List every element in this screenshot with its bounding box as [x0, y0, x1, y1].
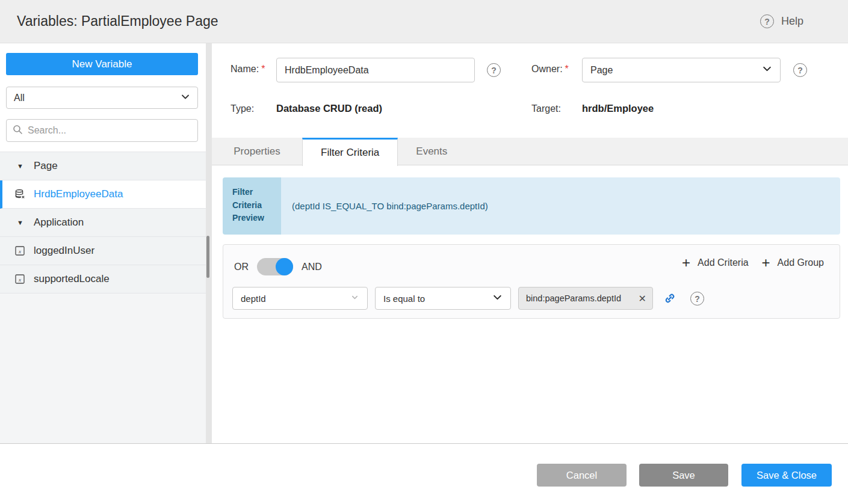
name-label: Name:* — [231, 64, 265, 75]
dialog-header: Variables: PartialEmployee Page ? Help — [0, 0, 848, 43]
variable-search — [6, 119, 198, 142]
required-asterisk: * — [565, 64, 569, 74]
cancel-button[interactable]: Cancel — [537, 464, 627, 487]
sidebar-item-loggedinuser[interactable]: x loggedInUser — [0, 237, 206, 265]
variable-icon: x — [14, 274, 25, 284]
criteria-builder: OR AND + Add Criteria + Add Group dept — [223, 244, 840, 319]
filter-selected-value: All — [14, 93, 181, 103]
collapse-triangle-icon[interactable]: ▼ — [17, 219, 25, 226]
criteria-field-select[interactable]: deptId — [232, 287, 368, 310]
field-selected-value: deptId — [241, 293, 350, 304]
scrollbar-thumb[interactable] — [206, 236, 209, 278]
variable-label: loggedInUser — [34, 245, 94, 257]
tab-filter-criteria[interactable]: Filter Criteria — [302, 138, 398, 166]
bind-link-icon[interactable] — [663, 291, 677, 306]
chevron-down-icon — [181, 92, 190, 104]
database-icon — [14, 189, 25, 200]
type-value: Database CRUD (read) — [276, 103, 382, 114]
save-button[interactable]: Save — [639, 464, 728, 487]
add-group-button[interactable]: + Add Group — [762, 256, 824, 270]
add-criteria-button[interactable]: + Add Criteria — [682, 256, 749, 270]
criteria-value-chip[interactable]: bind:pageParams.deptId ✕ — [518, 287, 653, 310]
or-label: OR — [234, 262, 249, 272]
tab-properties[interactable]: Properties — [212, 138, 302, 165]
svg-text:x: x — [18, 277, 21, 283]
plus-icon: + — [762, 256, 770, 270]
owner-selected-value: Page — [590, 65, 762, 76]
owner-select[interactable]: Page — [582, 58, 781, 82]
name-help-icon[interactable]: ? — [487, 63, 501, 77]
criteria-help-icon[interactable]: ? — [690, 292, 704, 306]
variable-type-filter-select[interactable]: All — [6, 87, 198, 109]
help-button[interactable]: ? Help — [760, 0, 803, 43]
chevron-down-icon — [492, 292, 503, 304]
criteria-operator-select[interactable]: Is equal to — [375, 287, 511, 310]
sidebar-scrollbar[interactable] — [206, 43, 212, 443]
filter-criteria-preview: Filter Criteria Preview (deptId IS_EQUAL… — [223, 177, 840, 235]
dialog-footer: Cancel Save Save & Close — [0, 444, 848, 504]
owner-label: Owner:* — [531, 64, 569, 75]
search-icon — [13, 124, 23, 137]
add-actions: + Add Criteria + Add Group — [682, 256, 824, 270]
toggle-knob — [276, 258, 293, 275]
sidebar-item-supportedlocale[interactable]: x supportedLocale — [0, 265, 206, 293]
variable-label: HrdbEmployeeData — [34, 188, 123, 200]
logic-toggle-row: OR AND — [234, 258, 322, 275]
variable-detail-panel: Name:* ? Owner:* Page ? Type: Database C… — [212, 43, 848, 443]
save-and-close-button[interactable]: Save & Close — [741, 464, 832, 487]
svg-text:x: x — [18, 248, 21, 254]
operator-selected-value: Is equal to — [383, 293, 492, 304]
chevron-down-icon — [762, 64, 772, 76]
sidebar-controls: New Variable All — [0, 43, 206, 152]
chevron-down-icon — [350, 293, 359, 304]
variable-list: ▼ Page HrdbEmployeeData ▼ — [0, 152, 206, 293]
bound-value: bind:pageParams.deptId — [526, 293, 635, 303]
plus-icon: + — [682, 256, 690, 270]
collapse-triangle-icon[interactable]: ▼ — [17, 162, 25, 170]
help-label: Help — [781, 15, 803, 28]
or-and-toggle[interactable] — [257, 258, 293, 275]
variable-label: supportedLocale — [34, 273, 110, 285]
preview-expression: (deptId IS_EQUAL_TO bind:pageParams.dept… — [281, 177, 840, 235]
and-label: AND — [302, 262, 322, 272]
group-label: Page — [34, 160, 58, 172]
remove-binding-icon[interactable]: ✕ — [637, 293, 648, 304]
owner-help-icon[interactable]: ? — [793, 63, 807, 77]
tab-events[interactable]: Events — [398, 138, 465, 165]
name-input[interactable] — [276, 58, 475, 82]
target-value: hrdb/Employee — [582, 103, 654, 114]
target-label: Target: — [531, 103, 561, 114]
variables-sidebar: New Variable All ▼ Page — [0, 43, 206, 443]
sidebar-group-page[interactable]: ▼ Page — [0, 152, 206, 180]
detail-tabs: Properties Filter Criteria Events — [212, 138, 848, 165]
type-label: Type: — [231, 103, 254, 114]
criteria-row: deptId Is equal to bind:pageParams.deptI… — [232, 287, 704, 310]
variables-dialog: Variables: PartialEmployee Page ? Help N… — [0, 0, 848, 504]
sidebar-group-application[interactable]: ▼ Application — [0, 209, 206, 237]
help-circle-icon: ? — [760, 14, 774, 28]
search-input[interactable] — [28, 125, 191, 136]
required-asterisk: * — [261, 64, 265, 74]
new-variable-button[interactable]: New Variable — [6, 53, 198, 75]
group-label: Application — [34, 217, 84, 229]
page-title: Variables: PartialEmployee Page — [17, 0, 218, 43]
sidebar-item-hrdbemployeedata[interactable]: HrdbEmployeeData — [0, 180, 206, 209]
preview-label: Filter Criteria Preview — [223, 177, 281, 235]
variable-icon: x — [14, 245, 25, 256]
